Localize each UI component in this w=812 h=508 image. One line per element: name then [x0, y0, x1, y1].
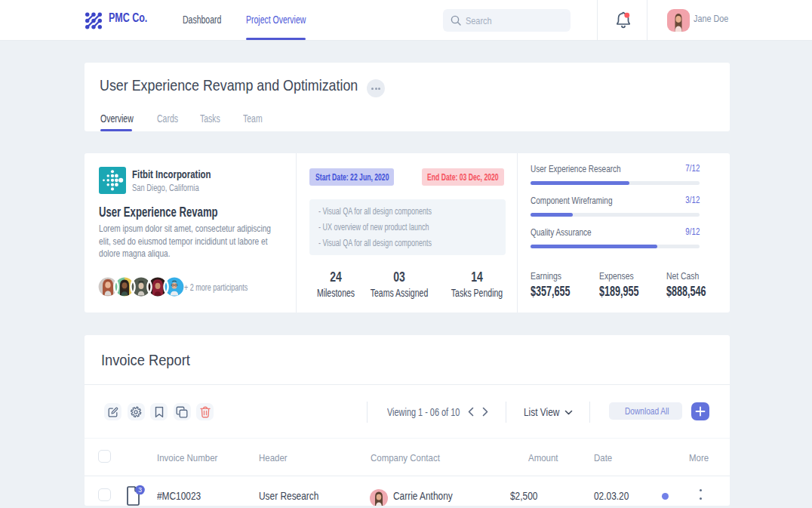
svg-text:3: 3: [138, 486, 142, 494]
